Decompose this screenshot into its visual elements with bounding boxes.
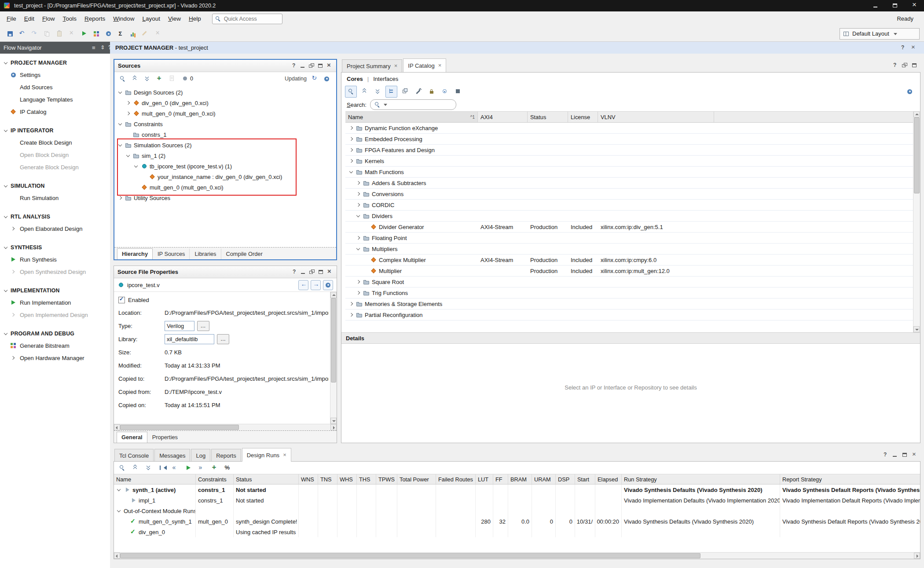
chevron-right-icon[interactable] (355, 202, 361, 208)
typeinput[interactable] (165, 321, 194, 331)
column-header-constraints[interactable]: Constraints (196, 474, 234, 484)
paste-button[interactable] (54, 28, 65, 39)
close-button[interactable] (326, 269, 333, 276)
menu-view[interactable]: View (164, 15, 185, 22)
librarybrowse-button[interactable]: … (217, 334, 229, 344)
collapse-all-button[interactable] (130, 462, 141, 473)
column-header-axi4[interactable]: AXI4 (478, 112, 528, 122)
column-header-ff[interactable]: FF (493, 474, 508, 484)
scrollbar-thumb[interactable] (331, 298, 336, 382)
scroll-down-button[interactable] (913, 326, 920, 332)
subtab-cores[interactable]: Cores (347, 76, 363, 82)
scroll-left-button[interactable] (114, 424, 120, 430)
tab-ip-catalog[interactable]: IP Catalog× (403, 58, 446, 72)
ip-row-math-functions[interactable]: Math Functions (345, 167, 913, 178)
column-header-lut[interactable]: LUT (476, 474, 493, 484)
scroll-down-button[interactable] (330, 418, 337, 424)
source-item-simulation-sources-2[interactable]: Simulation Sources (2) (114, 140, 336, 150)
ip-row-adders-subtracters[interactable]: Adders & Subtracters (345, 178, 913, 189)
scrollbar-thumb[interactable] (914, 117, 920, 193)
ip-search-input[interactable] (370, 99, 456, 110)
generate-bitstream-button[interactable] (91, 28, 102, 39)
flownav-item-open-synthesized-design[interactable]: Open Synthesized Design (0, 266, 110, 278)
ip-row-multipliers[interactable]: Multipliers (345, 244, 913, 255)
source-item-sim-1-2[interactable]: sim_1 (2) (114, 150, 336, 161)
source-item-constrs-1[interactable]: constrs_1 (114, 129, 336, 140)
column-header-elapsed[interactable]: Elapsed (595, 474, 622, 484)
redo-button[interactable] (29, 28, 40, 39)
settings-button[interactable] (321, 73, 332, 84)
scrollbar-track[interactable] (330, 298, 337, 418)
column-header-start[interactable]: Start (575, 474, 595, 484)
chevron-down-icon[interactable] (125, 153, 131, 159)
collapse-all-button[interactable] (129, 73, 140, 84)
ip-row-multiplier[interactable]: MultiplierProductionIncludedxilinx.com:i… (345, 266, 913, 277)
typebrowse-button[interactable]: … (197, 321, 209, 331)
chevron-right-icon[interactable] (348, 312, 354, 318)
minimize-button[interactable] (299, 62, 306, 69)
maximize-button[interactable] (317, 62, 324, 69)
source-item-design-sources-2[interactable]: Design Sources (2) (114, 87, 336, 98)
save-button[interactable] (4, 28, 15, 39)
horizontal-scrollbar[interactable] (114, 552, 920, 559)
close-tab-icon[interactable]: × (394, 64, 398, 68)
ip-row-embedded-processing[interactable]: Embedded Processing (345, 134, 913, 145)
tab-libraries[interactable]: Libraries (190, 248, 221, 259)
libraryinput[interactable] (165, 334, 214, 344)
scrollbar-track[interactable] (120, 553, 914, 559)
lock-button[interactable] (426, 86, 437, 97)
ip-row-fpga-features-and-design[interactable]: FPGA Features and Design (345, 145, 913, 156)
chevron-right-icon[interactable] (348, 158, 354, 164)
column-header-bram[interactable]: BRAM (508, 474, 532, 484)
tab-design-runs[interactable]: Design Runs× (242, 448, 291, 462)
column-header-dsp[interactable]: DSP (556, 474, 575, 484)
ip-row-divider-generator[interactable]: Divider GeneratorAXI4-StreamProductionIn… (345, 222, 913, 233)
chevron-down-icon[interactable] (117, 142, 123, 148)
forward-button[interactable] (311, 280, 321, 290)
close-tab-icon[interactable]: × (438, 63, 442, 68)
flownav-section-project-manager[interactable]: PROJECT MANAGER (0, 57, 110, 69)
collapse-all-button[interactable] (359, 86, 370, 97)
column-header-failed-routes[interactable]: Failed Routes (436, 474, 476, 484)
menu-edit[interactable]: Edit (20, 15, 38, 22)
ip-row-complex-multiplier[interactable]: Complex MultiplierAXI4-StreamProductionI… (345, 255, 913, 266)
column-header-run-strategy[interactable]: Run Strategy (622, 474, 780, 484)
chevron-down-icon[interactable] (116, 508, 122, 514)
float-button[interactable] (308, 62, 315, 69)
source-item-tb-ipcore-test-ipcore-test-v-1[interactable]: tb_ipcore_test (ipcore_test.v) (1) (114, 161, 336, 171)
column-header-name[interactable]: Name^1 (345, 112, 478, 122)
resize-button[interactable] (99, 44, 106, 51)
flownav-item-generate-block-design[interactable]: Generate Block Design (0, 161, 110, 173)
column-header-name[interactable]: Name (114, 474, 196, 484)
float-button[interactable] (308, 269, 315, 276)
run-row-div-gen-0[interactable]: div_gen_0Using cached IP results (114, 527, 920, 537)
menu-file[interactable]: File (3, 15, 20, 22)
flownav-section-synthesis[interactable]: SYNTHESIS (0, 242, 110, 253)
column-header-status[interactable]: Status (528, 112, 568, 122)
source-item-mult-gen-0-mult-gen-0-xci[interactable]: mult_gen_0 (mult_gen_0.xci) (114, 182, 336, 193)
scrollbar-thumb[interactable] (120, 553, 700, 558)
delete-button[interactable] (66, 28, 77, 39)
scroll-left-button[interactable] (114, 553, 120, 559)
float-button[interactable] (901, 62, 908, 69)
ip-row-dynamic-function-exchange[interactable]: Dynamic Function eXchange (345, 123, 913, 134)
column-header-total-power[interactable]: Total Power (397, 474, 436, 484)
show-percentage-button[interactable] (222, 462, 233, 473)
back-button[interactable] (298, 280, 308, 290)
chevron-right-icon[interactable] (355, 180, 361, 186)
flownav-item-run-simulation[interactable]: Run Simulation (0, 192, 110, 204)
maximize-button[interactable] (911, 62, 918, 69)
settings-button[interactable] (323, 280, 333, 290)
tab-general[interactable]: General (117, 432, 147, 443)
enabled-checkbox[interactable] (118, 297, 125, 303)
window-close-button[interactable] (905, 0, 924, 11)
ip-row-partial-reconfiguration[interactable]: Partial Reconfiguration (345, 309, 913, 320)
tab-reports[interactable]: Reports (211, 449, 241, 462)
source-item-constraints[interactable]: Constraints (114, 119, 336, 129)
column-header-tns[interactable]: TNS (318, 474, 337, 484)
close-tab-icon[interactable]: × (283, 453, 286, 457)
help-button[interactable] (882, 451, 889, 459)
launch-run-button[interactable] (183, 462, 194, 473)
window-minimize-button[interactable] (866, 0, 885, 11)
flownav-item-open-hardware-manager[interactable]: Open Hardware Manager (0, 352, 110, 364)
